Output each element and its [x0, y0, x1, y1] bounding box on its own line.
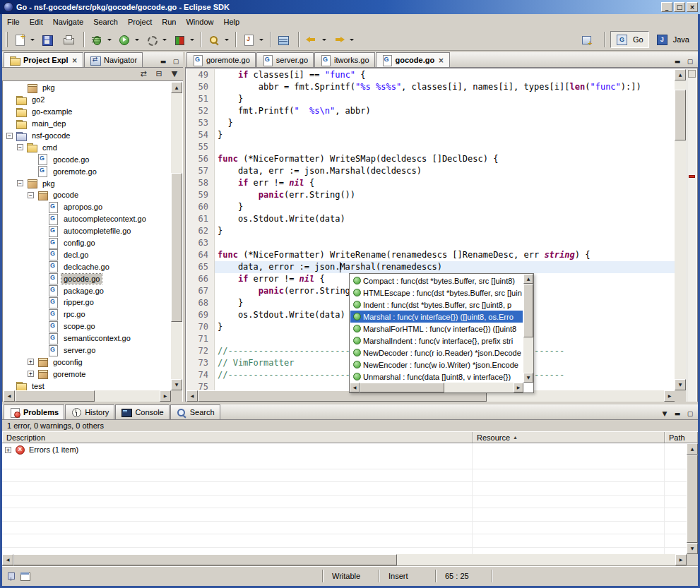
column-header-path[interactable]: Path	[665, 432, 698, 443]
scroll-thumb[interactable]	[360, 383, 444, 392]
editor-tab-gocode-go[interactable]: gocode.go×	[376, 52, 450, 67]
scroll-left-button[interactable]: ◀	[350, 383, 360, 392]
content-assist-item[interactable]: Unmarshal : func(data []uint8, v interfa…	[350, 371, 523, 382]
scroll-thumb[interactable]	[687, 455, 698, 543]
close-button[interactable]: ×	[687, 2, 698, 12]
forward-button[interactable]	[331, 31, 357, 48]
view-tab-project-expl[interactable]: Project Expl×	[4, 52, 83, 67]
toolbar-grip[interactable]	[6, 32, 8, 47]
external-tools-button-dropdown[interactable]	[162, 39, 167, 41]
scroll-thumb[interactable]	[171, 173, 182, 322]
new-wizard-button[interactable]	[11, 31, 37, 48]
tree-item-nsf-gocode[interactable]: −nsf-gocode	[4, 130, 171, 142]
view-menu-icon[interactable]: ▼	[168, 68, 181, 80]
expand-icon[interactable]: +	[5, 447, 11, 453]
explorer-vscrollbar[interactable]: ▲ ▼	[171, 82, 182, 390]
coverage-button[interactable]	[171, 31, 197, 48]
tree-item-declcache-go[interactable]: declcache.go	[4, 260, 171, 272]
maximize-view-icon[interactable]: ▢	[684, 56, 696, 67]
annotation-header-icon[interactable]	[688, 70, 696, 78]
code-line[interactable]: 52 fmt.Printf(" %s\n", abbr)	[186, 105, 675, 117]
editor-tab-goremote-go[interactable]: goremote.go	[186, 52, 256, 67]
perspective-go[interactable]: Go	[610, 31, 649, 48]
tree-item-apropos-go[interactable]: apropos.go	[4, 201, 171, 213]
scroll-down-button[interactable]: ▼	[675, 379, 686, 390]
content-assist-item[interactable]: MarshalIndent : func(v interface{}, pref…	[350, 335, 523, 347]
perspective-java[interactable]: Java	[651, 31, 694, 48]
code-line[interactable]: 57 data, err := json.Marshal(decldescs)	[186, 165, 675, 177]
expand-icon[interactable]: +	[28, 371, 34, 377]
scroll-right-button[interactable]: ▶	[664, 390, 675, 402]
external-tools-button[interactable]	[143, 31, 170, 48]
minimize-view-icon[interactable]: ▬	[672, 409, 683, 419]
problems-row[interactable]: +Errors (1 item)	[2, 443, 687, 456]
open-perspective-button[interactable]	[579, 31, 598, 48]
tree-item-goremote-go[interactable]: goremote.go	[4, 165, 171, 177]
scroll-track[interactable]	[171, 93, 182, 379]
print-button[interactable]	[60, 31, 80, 48]
tree-item-test[interactable]: test	[4, 380, 171, 390]
content-assist-item[interactable]: NewEncoder : func(w io.Writer) *json.Enc…	[350, 359, 523, 371]
scroll-down-button[interactable]: ▼	[523, 373, 533, 383]
scroll-track[interactable]	[360, 383, 514, 392]
collapse-icon[interactable]: −	[6, 133, 13, 139]
tree-item-gocode-go[interactable]: gocode.go	[4, 153, 171, 165]
scroll-left-button[interactable]: ◀	[2, 554, 13, 565]
code-line[interactable]: 54}	[186, 129, 675, 141]
tree-item-gocode-go[interactable]: gocode.go	[4, 272, 171, 284]
code-line[interactable]: 53 }	[186, 117, 675, 129]
content-assist-item[interactable]: Indent : func(dst *bytes.Buffer, src []u…	[350, 299, 523, 311]
open-search-dialog-button[interactable]	[206, 31, 232, 48]
maximize-view-icon[interactable]: ▢	[684, 409, 696, 419]
debug-button[interactable]	[88, 31, 114, 48]
run-button-dropdown[interactable]	[135, 39, 139, 41]
overview-ruler[interactable]	[687, 69, 696, 402]
minimize-view-icon[interactable]: ▬	[158, 56, 169, 67]
menu-run[interactable]: Run	[157, 16, 181, 28]
pin-editor-icon[interactable]	[6, 571, 17, 582]
menu-search[interactable]: Search	[88, 16, 123, 28]
editor-vscrollbar[interactable]: ▲ ▼	[675, 69, 686, 390]
code-line[interactable]: 65 data, error := json.Marshal(renamedes…	[186, 261, 675, 273]
new-java-element-button[interactable]	[240, 31, 266, 48]
code-line[interactable]: 58 if err != nil {	[186, 177, 675, 189]
tree-item-server-go[interactable]: server.go	[4, 344, 171, 356]
scroll-thumb[interactable]	[13, 554, 397, 565]
tree-item-main-dep[interactable]: main_dep	[4, 118, 171, 130]
column-header-resource[interactable]: Resource▲	[473, 432, 665, 443]
explorer-hscrollbar[interactable]: ◀ ▶	[4, 390, 171, 402]
tree-item-go2[interactable]: go2	[4, 94, 171, 106]
view-menu-icon[interactable]: ▼	[659, 409, 670, 419]
content-assist-item[interactable]: Compact : func(dst *bytes.Buffer, src []…	[350, 275, 523, 287]
assist-vscrollbar[interactable]: ▲ ▼	[523, 274, 533, 383]
menu-file[interactable]: File	[2, 16, 25, 28]
open-type-button[interactable]	[275, 31, 295, 48]
view-tab-console[interactable]: Console	[115, 404, 169, 419]
tree-item-gocode[interactable]: −gocode	[4, 189, 171, 201]
code-line[interactable]: 60 }	[186, 201, 675, 213]
scroll-up-button[interactable]: ▲	[675, 69, 686, 80]
view-tab-history[interactable]: History	[65, 404, 114, 419]
tree-item-pkg[interactable]: pkg	[4, 82, 171, 94]
content-assist-item[interactable]: HTMLEscape : func(dst *bytes.Buffer, src…	[350, 287, 523, 299]
scroll-track[interactable]	[13, 554, 675, 565]
content-assist-item[interactable]: Marshal : func(v interface{}) ([]uint8, …	[350, 311, 523, 323]
code-line[interactable]: 61 os.Stdout.Write(data)	[186, 213, 675, 225]
tree-item-autocompletecontext-go[interactable]: autocompletecontext.go	[4, 213, 171, 225]
link-with-editor-icon[interactable]: ⇄	[137, 68, 150, 80]
collapse-icon[interactable]: −	[17, 180, 23, 186]
scroll-right-button[interactable]: ▶	[675, 554, 687, 565]
scroll-down-button[interactable]: ▼	[687, 543, 698, 554]
run-button[interactable]	[116, 31, 142, 48]
code-line[interactable]: 55	[186, 141, 675, 153]
assist-hscrollbar[interactable]: ◀ ▶	[350, 383, 523, 392]
problems-vscrollbar[interactable]: ▲ ▼	[687, 443, 698, 554]
tree-item-semanticcontext-go[interactable]: semanticcontext.go	[4, 332, 171, 344]
view-tab-search[interactable]: Search	[170, 404, 220, 419]
code-line[interactable]: 49 if classes[i] == "func" {	[186, 69, 675, 81]
code-line[interactable]: 50 abbr = fmt.Sprintf("%s %s%s", classes…	[186, 81, 675, 93]
title-bar[interactable]: Go - nsf-gocode/src/pkg/gocode/gocode.go…	[0, 0, 700, 14]
scroll-thumb[interactable]	[15, 390, 95, 402]
tree-item-decl-go[interactable]: decl.go	[4, 248, 171, 260]
fast-view-icon[interactable]	[20, 571, 31, 582]
